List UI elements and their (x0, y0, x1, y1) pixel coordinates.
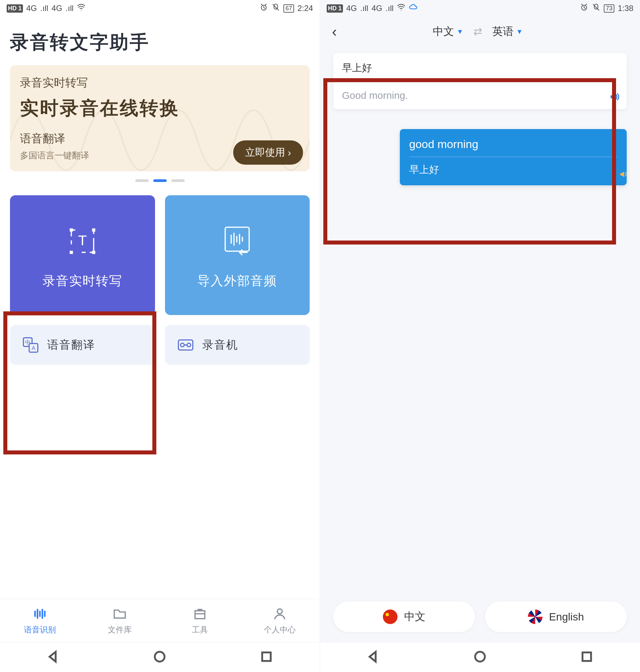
app-title: 录音转文字助手 (10, 30, 310, 55)
tab-label: 工具 (192, 625, 208, 635)
svg-rect-19 (262, 652, 271, 661)
tab-label: 个人中心 (264, 625, 296, 635)
svg-text:T: T (78, 232, 87, 248)
alarm-icon (580, 3, 588, 14)
svg-text:A: A (32, 345, 35, 351)
cassette-icon (177, 336, 194, 354)
card-recorder[interactable]: 录音机 (165, 325, 310, 365)
hd-indicator: HD 1 (7, 4, 23, 13)
target-language-label: 英语 (492, 24, 513, 39)
chat-area: 早上好 Good morning. good morning 早上好 中文 E (320, 47, 640, 642)
translated-text: Good morning. (342, 90, 618, 101)
status-bar: HD 1 4G .ıll 4G .ıll 67 2:24 (0, 0, 320, 17)
hero-banner[interactable]: 录音实时转写 实时录音在线转换 语音翻译 多国语言一键翻译 立即使用 › (10, 65, 310, 171)
hero-subtitle-1: 录音实时转写 (20, 75, 300, 90)
tab-profile[interactable]: 个人中心 (240, 599, 320, 642)
target-language-picker[interactable]: 英语 ▼ (492, 24, 523, 39)
mute-icon (272, 3, 280, 14)
button-label: English (549, 611, 584, 623)
tab-bar: 语音识别 文件库 工具 个人中心 (0, 599, 320, 642)
translated-text: 早上好 (409, 163, 617, 177)
card-label: 导入外部音频 (197, 273, 277, 289)
triangle-down-icon: ▼ (516, 28, 523, 35)
svg-point-18 (155, 652, 165, 661)
source-text: 早上好 (342, 61, 618, 75)
speak-chinese-button[interactable]: 中文 (333, 601, 475, 632)
svg-point-14 (187, 343, 191, 347)
source-text: good morning (409, 138, 617, 151)
carousel-dots[interactable] (10, 179, 310, 182)
card-import-audio[interactable]: 导入外部音频 (165, 195, 310, 315)
tab-voice-recognition[interactable]: 语音识别 (0, 599, 80, 642)
battery-level: 73 (604, 4, 614, 13)
tab-label: 语音识别 (24, 625, 56, 635)
tab-tools[interactable]: 工具 (160, 599, 240, 642)
translate-icon: 中A (22, 336, 39, 354)
speaker-icon[interactable] (619, 169, 629, 181)
translate-topbar: ‹ 中文 ▼ ⇄ 英语 ▼ (320, 17, 640, 47)
card-label: 录音实时转写 (43, 273, 122, 289)
android-nav-bar (0, 642, 320, 672)
hero-cta-button[interactable]: 立即使用 › (233, 141, 303, 165)
android-nav-bar (320, 642, 640, 672)
home-content: 录音转文字助手 录音实时转写 实时录音在线转换 语音翻译 多国语言一键翻译 立即… (0, 17, 320, 599)
divider (409, 157, 617, 157)
wifi-icon (397, 3, 406, 14)
nav-back-icon[interactable] (46, 649, 60, 665)
signal-bars-icon: .ıll (360, 4, 368, 13)
card-voice-translate[interactable]: 中A 语音翻译 (10, 325, 155, 365)
speaker-icon[interactable] (609, 91, 620, 104)
button-label: 中文 (404, 610, 425, 624)
import-audio-icon (217, 221, 257, 261)
nav-recent-icon[interactable] (259, 649, 274, 665)
swap-languages-icon[interactable]: ⇄ (473, 25, 482, 38)
secondary-label: 录音机 (202, 337, 238, 353)
svg-rect-22 (582, 652, 591, 661)
mute-icon (592, 3, 600, 14)
signal-4g-1: 4G (346, 4, 357, 13)
language-input-buttons: 中文 English (320, 591, 640, 642)
nav-back-icon[interactable] (366, 649, 380, 665)
hero-headline: 实时录音在线转换 (20, 96, 300, 121)
home-screen: HD 1 4G .ıll 4G .ıll 67 2:24 录音转文字助手 录音实… (0, 0, 320, 672)
nav-recent-icon[interactable] (580, 649, 594, 665)
source-language-picker[interactable]: 中文 ▼ (433, 24, 463, 39)
svg-point-17 (277, 609, 282, 614)
card-realtime-transcribe[interactable]: T 录音实时转写 (10, 195, 155, 315)
battery-level: 67 (283, 4, 294, 13)
tab-file-library[interactable]: 文件库 (80, 599, 160, 642)
dot-active[interactable] (153, 179, 167, 182)
signal-4g-2: 4G (372, 4, 382, 13)
hero-cta-label: 立即使用 (245, 146, 285, 159)
translation-bubble-outgoing[interactable]: good morning 早上好 (400, 129, 627, 185)
cloud-sync-icon (409, 3, 418, 14)
svg-point-21 (475, 652, 485, 661)
divider (342, 84, 618, 84)
triangle-down-icon: ▼ (457, 28, 463, 35)
wifi-icon (77, 3, 86, 14)
source-language-label: 中文 (433, 24, 454, 39)
signal-4g-1: 4G (26, 4, 37, 13)
back-button[interactable]: ‹ (327, 23, 342, 40)
tab-label: 文件库 (108, 625, 132, 635)
speak-english-button[interactable]: English (485, 601, 627, 632)
status-bar: HD 1 4G .ıll 4G .ıll 73 1:38 (320, 0, 640, 17)
chevron-right-icon: › (288, 147, 291, 158)
text-transcribe-icon: T (62, 221, 102, 261)
clock-time: 1:38 (618, 4, 633, 13)
nav-home-icon[interactable] (152, 649, 167, 665)
translation-card-incoming[interactable]: 早上好 Good morning. (333, 53, 627, 109)
alarm-icon (260, 3, 268, 14)
dot[interactable] (171, 179, 185, 182)
uk-flag-icon (528, 610, 542, 624)
translate-screen: HD 1 4G .ıll 4G .ıll 73 1:38 ‹ (320, 0, 640, 672)
nav-home-icon[interactable] (473, 649, 487, 665)
svg-rect-2 (70, 228, 73, 232)
svg-rect-4 (70, 250, 73, 254)
secondary-label: 语音翻译 (47, 337, 95, 353)
signal-bars-icon: .ıll (66, 4, 73, 13)
svg-rect-3 (92, 228, 96, 232)
dot[interactable] (135, 179, 149, 182)
svg-point-13 (180, 343, 184, 347)
svg-rect-5 (92, 250, 96, 254)
